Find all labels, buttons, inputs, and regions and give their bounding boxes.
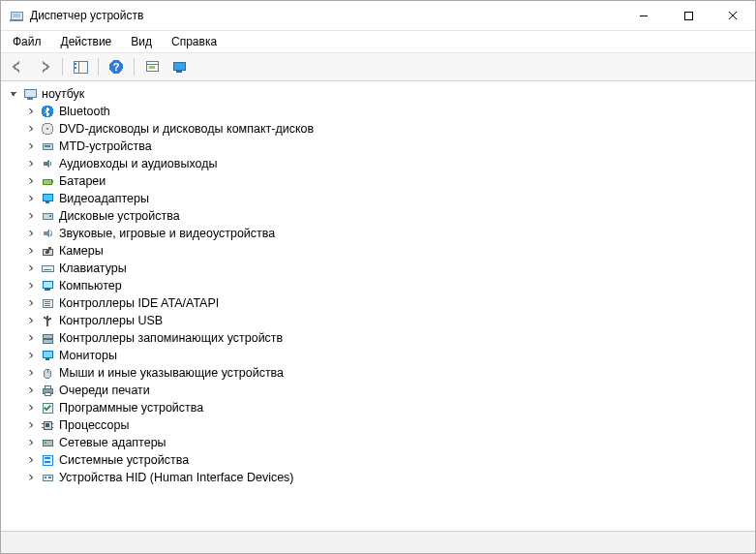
tree-category-label: Контроллеры IDE ATA/ATAPI: [59, 294, 219, 312]
tree-category-node[interactable]: Сетевые адаптеры: [3, 434, 753, 451]
svg-rect-9: [75, 63, 76, 65]
tree-category-node[interactable]: Камеры: [3, 242, 753, 260]
chevron-right-icon[interactable]: [24, 279, 38, 292]
show-hide-tree-button[interactable]: [68, 55, 93, 78]
help-button[interactable]: ?: [104, 55, 129, 78]
svg-rect-33: [48, 247, 51, 249]
svg-rect-38: [45, 289, 50, 291]
tree-category-node[interactable]: Контроллеры USB: [3, 312, 753, 329]
tree-category-node[interactable]: Компьютер: [3, 277, 753, 294]
svg-rect-46: [49, 318, 51, 320]
chevron-right-icon[interactable]: [24, 401, 38, 415]
svg-rect-26: [51, 180, 53, 183]
tree-category-node[interactable]: Мониторы: [3, 347, 753, 364]
display-icon: [40, 191, 55, 206]
monitor-icon: [40, 348, 55, 363]
back-button[interactable]: [5, 55, 30, 78]
svg-rect-36: [44, 269, 51, 270]
tree-category-label: Системные устройства: [59, 451, 189, 469]
toolbar-separator: [98, 58, 99, 76]
forward-button[interactable]: [32, 55, 57, 78]
svg-rect-19: [27, 98, 33, 100]
menu-view[interactable]: Вид: [123, 33, 160, 50]
minimize-button[interactable]: [621, 1, 666, 30]
tree-category-node[interactable]: Устройства HID (Human Interface Devices): [3, 469, 753, 486]
chevron-right-icon[interactable]: [24, 471, 38, 484]
tree-category-node[interactable]: Программные устройства: [3, 399, 753, 416]
toolbar: ?: [1, 53, 755, 81]
svg-rect-34: [42, 265, 53, 271]
window-controls: [621, 1, 755, 30]
app-icon: [9, 8, 24, 23]
chevron-right-icon[interactable]: [24, 436, 38, 449]
chevron-right-icon[interactable]: [24, 192, 38, 205]
tree-category-label: Сетевые адаптеры: [59, 434, 166, 451]
tree-category-node[interactable]: Аудиовходы и аудиовыходы: [3, 155, 753, 172]
chevron-right-icon[interactable]: [24, 384, 38, 397]
svg-rect-49: [43, 351, 52, 357]
tree-category-label: Контроллеры USB: [59, 312, 163, 329]
chevron-right-icon[interactable]: [24, 122, 38, 136]
chevron-right-icon[interactable]: [24, 209, 38, 223]
software-icon: [40, 400, 55, 416]
tree-category-node[interactable]: Мыши и иные указывающие устройства: [3, 364, 753, 382]
toolbar-separator: [134, 58, 135, 76]
tree-category-node[interactable]: Батареи: [3, 172, 753, 190]
svg-rect-17: [176, 71, 182, 73]
chevron-right-icon[interactable]: [24, 314, 38, 327]
svg-rect-10: [75, 67, 76, 69]
storagectl-icon: [40, 330, 55, 346]
tree-category-node[interactable]: Контроллеры IDE ATA/ATAPI: [3, 294, 753, 312]
monitor-button[interactable]: [166, 55, 192, 78]
usb-icon: [40, 313, 55, 328]
svg-rect-1: [13, 14, 20, 17]
menu-help[interactable]: Справка: [164, 33, 225, 50]
tree-category-node[interactable]: Контроллеры запоминающих устройств: [3, 329, 753, 347]
chevron-right-icon[interactable]: [24, 174, 38, 188]
chevron-right-icon[interactable]: [24, 349, 38, 362]
maximize-button[interactable]: [666, 1, 711, 30]
tree-category-node[interactable]: Клавиатуры: [3, 260, 753, 277]
tree-category-node[interactable]: Звуковые, игровые и видеоустройства: [3, 225, 753, 242]
tree-category-node[interactable]: Видеоадаптеры: [3, 190, 753, 207]
chevron-right-icon[interactable]: [24, 418, 38, 432]
tree-category-node[interactable]: Системные устройства: [3, 451, 753, 469]
tree-category-node[interactable]: Процессоры: [3, 416, 753, 434]
chevron-right-icon[interactable]: [24, 139, 38, 153]
network-icon: [40, 435, 55, 450]
menu-file[interactable]: Файл: [5, 33, 49, 50]
chevron-right-icon[interactable]: [24, 331, 38, 345]
titlebar: Диспетчер устройств: [1, 1, 755, 31]
chevron-right-icon[interactable]: [24, 453, 38, 467]
toolbar-separator: [62, 58, 63, 76]
tree-category-node[interactable]: DVD-дисководы и дисководы компакт-дисков: [3, 120, 753, 138]
tree-root-node[interactable]: ноутбук: [3, 85, 753, 103]
svg-point-32: [45, 250, 49, 254]
close-button[interactable]: [711, 1, 755, 30]
tree-category-node[interactable]: Очереди печати: [3, 382, 753, 399]
chevron-right-icon[interactable]: [24, 366, 38, 380]
svg-rect-48: [43, 339, 52, 343]
svg-point-45: [44, 317, 45, 319]
svg-point-70: [45, 477, 46, 478]
svg-rect-66: [43, 455, 52, 465]
chevron-right-icon[interactable]: [24, 227, 38, 240]
scan-hardware-button[interactable]: [139, 55, 165, 78]
svg-rect-58: [45, 423, 49, 427]
chevron-right-icon[interactable]: [24, 105, 38, 118]
tree-category-node[interactable]: Bluetooth: [3, 103, 753, 120]
tree-category-label: DVD-дисководы и дисководы компакт-дисков: [59, 120, 314, 138]
tree-category-node[interactable]: Дисковые устройства: [3, 207, 753, 225]
sound-icon: [40, 226, 55, 241]
hid-icon: [40, 470, 55, 485]
expand-collapse-icon[interactable]: [7, 87, 20, 101]
menu-action[interactable]: Действие: [53, 33, 120, 50]
tree-category-node[interactable]: MTD-устройства: [3, 138, 753, 155]
chevron-right-icon[interactable]: [24, 157, 38, 170]
chevron-right-icon[interactable]: [24, 244, 38, 258]
tree-category-label: Очереди печати: [59, 382, 150, 399]
chevron-right-icon[interactable]: [24, 262, 38, 275]
chevron-right-icon[interactable]: [24, 296, 38, 310]
device-tree[interactable]: ноутбук BluetoothDVD-дисководы и дисково…: [1, 81, 755, 531]
svg-rect-68: [45, 461, 50, 463]
